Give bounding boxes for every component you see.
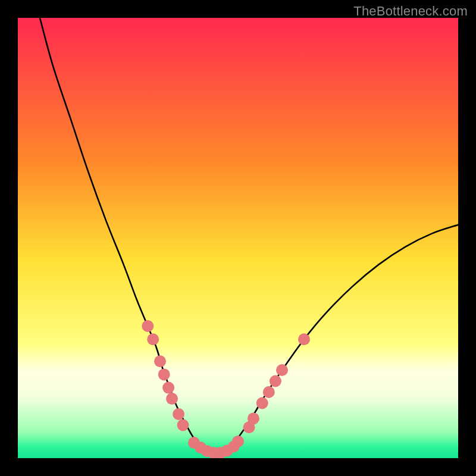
highlight-dot bbox=[142, 320, 154, 332]
highlight-dot bbox=[232, 436, 244, 447]
highlight-dot bbox=[263, 386, 275, 398]
highlight-dot bbox=[276, 364, 288, 376]
highlight-dot bbox=[162, 382, 174, 394]
chart-svg bbox=[18, 18, 458, 458]
chart-plot-area bbox=[18, 18, 458, 458]
highlight-dot bbox=[177, 419, 189, 431]
highlight-dot bbox=[173, 408, 184, 420]
highlight-dot bbox=[248, 412, 259, 424]
highlight-dot bbox=[256, 397, 268, 409]
highlight-dot bbox=[270, 375, 281, 387]
highlight-dot bbox=[158, 368, 170, 380]
highlight-dot bbox=[298, 333, 310, 345]
highlight-dot bbox=[147, 333, 159, 345]
gradient-background bbox=[18, 18, 458, 458]
chart-frame: TheBottleneck.com bbox=[0, 0, 476, 476]
highlight-dot bbox=[154, 355, 166, 367]
highlight-dot bbox=[166, 393, 178, 405]
watermark-text: TheBottleneck.com bbox=[353, 4, 468, 19]
